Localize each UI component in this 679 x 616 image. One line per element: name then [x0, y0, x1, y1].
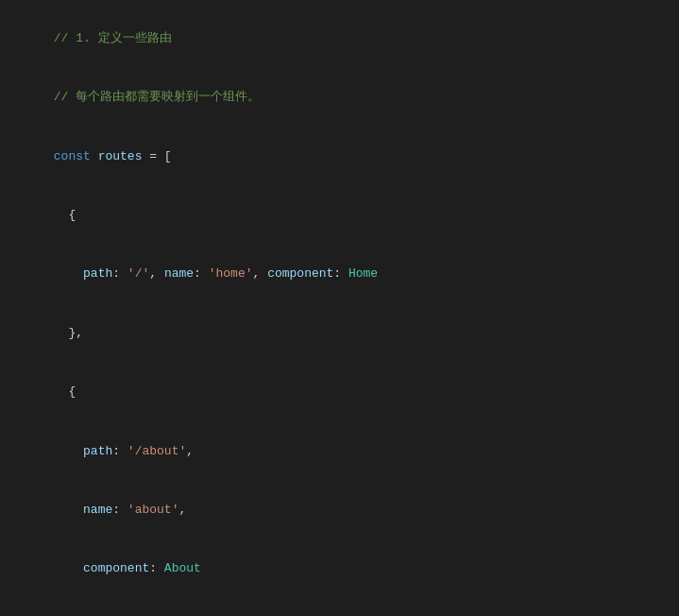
code-editor: // 1. 定义一些路由 // 每个路由都需要映射到一个组件。 const ro… [0, 0, 679, 616]
code-line-7: { [0, 363, 679, 421]
code-line-5: path: '/', name: 'home', component: Home [0, 246, 679, 304]
code-line-10: component: About [0, 540, 679, 599]
code-line-4: { [0, 186, 679, 245]
variable-routes: routes [98, 149, 143, 163]
code-line-9: name: 'about', [0, 481, 679, 539]
code-line-3: const routes = [ [0, 128, 679, 186]
code-line-2: // 每个路由都需要映射到一个组件。 [0, 68, 679, 127]
keyword-const: const [54, 149, 98, 163]
comment-text: // 每个路由都需要映射到一个组件。 [54, 90, 260, 104]
code-line-11: }, [0, 599, 679, 616]
comment-text: // 1. 定义一些路由 [54, 31, 172, 45]
code-line-6: }, [0, 304, 679, 363]
code-line-8: path: '/about', [0, 422, 679, 481]
code-line-1: // 1. 定义一些路由 [0, 9, 679, 68]
